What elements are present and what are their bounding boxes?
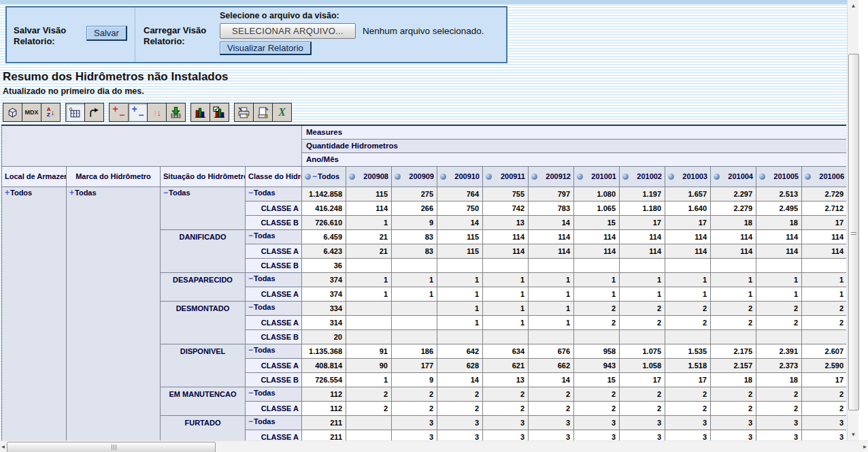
row-header-local[interactable]: +Todos bbox=[2, 187, 67, 440]
data-cell: 36 bbox=[302, 258, 346, 272]
measures-header: Measures bbox=[302, 125, 847, 139]
column-header-201002[interactable]: 201002 bbox=[620, 166, 665, 187]
scroll-down-button[interactable]: ▼ bbox=[848, 429, 859, 440]
data-cell: 2 bbox=[756, 315, 802, 329]
save-button[interactable]: Salvar bbox=[86, 26, 127, 41]
horizontal-scrollbar[interactable]: ◄ ► bbox=[0, 440, 868, 452]
data-cell: 621 bbox=[483, 358, 529, 372]
vertical-scroll-thumb[interactable] bbox=[848, 54, 859, 410]
collapse-member-icon[interactable]: − bbox=[248, 302, 253, 312]
member-sphere-icon bbox=[486, 174, 492, 180]
classe-header-todas[interactable]: −Todas bbox=[246, 387, 302, 401]
scroll-up-button[interactable]: ▲ bbox=[848, 0, 859, 12]
drill-member-button[interactable]: +− bbox=[109, 103, 129, 122]
classe-header-classe-b[interactable]: CLASSE B bbox=[246, 215, 302, 229]
show-parent-members-button[interactable]: 0 bbox=[65, 103, 85, 122]
column-header-200912[interactable]: 200912 bbox=[529, 166, 574, 187]
data-cell: 2 bbox=[392, 401, 437, 415]
print-config-button[interactable] bbox=[234, 103, 254, 122]
situacao-header-desmontado[interactable]: DESMONTADO bbox=[161, 301, 246, 344]
collapse-member-icon[interactable]: − bbox=[248, 231, 253, 240]
column-header-201003[interactable]: 201003 bbox=[665, 166, 711, 187]
scroll-right-button[interactable]: ► bbox=[859, 441, 868, 452]
classe-header-classe-a[interactable]: CLASSE A bbox=[246, 315, 302, 329]
classe-header-classe-a[interactable]: CLASSE A bbox=[246, 358, 302, 372]
data-cell: 2 bbox=[574, 301, 620, 315]
classe-header-classe-a[interactable]: CLASSE A bbox=[246, 201, 302, 215]
classe-header-classe-a[interactable]: CLASSE A bbox=[246, 430, 302, 440]
data-cell bbox=[574, 329, 620, 344]
data-cell: 114 bbox=[574, 244, 620, 258]
situacao-header-desaparecido[interactable]: DESAPARECIDO bbox=[161, 272, 246, 301]
expand-member-icon[interactable]: + bbox=[69, 188, 74, 197]
export-excel-button[interactable]: X bbox=[272, 103, 292, 122]
data-cell: 114 bbox=[346, 201, 392, 215]
classe-header-todas[interactable]: −Todas bbox=[246, 187, 302, 201]
mdx-editor-button[interactable]: MDX bbox=[22, 103, 41, 122]
column-header-200909[interactable]: 200909 bbox=[392, 166, 437, 187]
print-pdf-button[interactable] bbox=[253, 103, 273, 122]
data-cell: 114 bbox=[802, 244, 847, 258]
collapse-member-icon[interactable]: − bbox=[248, 188, 253, 197]
olap-navigator-button[interactable] bbox=[3, 103, 22, 122]
data-cell: 1 bbox=[802, 272, 847, 287]
select-file-button[interactable]: SELECIONAR ARQUIVO... bbox=[220, 23, 356, 39]
data-cell: 2.729 bbox=[802, 187, 847, 201]
drill-through-button[interactable] bbox=[166, 103, 186, 122]
classe-header-classe-b[interactable]: CLASSE B bbox=[246, 329, 302, 344]
vertical-scrollbar[interactable]: ▲ ▼ bbox=[847, 0, 858, 440]
classe-header-todas[interactable]: −Todas bbox=[246, 415, 302, 430]
data-cell: 17 bbox=[665, 215, 711, 229]
classe-header-classe-a[interactable]: CLASSE A bbox=[246, 244, 302, 258]
view-report-button[interactable]: Visualizar Relatorio bbox=[220, 42, 312, 55]
column-label: 200908 bbox=[363, 172, 388, 180]
data-cell: 18 bbox=[711, 215, 756, 229]
drill-position-button[interactable]: +− bbox=[128, 103, 148, 122]
expand-member-icon[interactable]: + bbox=[5, 188, 10, 197]
column-header-200908[interactable]: 200908 bbox=[346, 166, 392, 187]
collapse-member-icon[interactable]: − bbox=[163, 188, 168, 197]
classe-header-todas[interactable]: −Todas bbox=[246, 301, 302, 315]
column-header-200911[interactable]: 200911 bbox=[483, 166, 529, 187]
classe-header-todas[interactable]: −Todas bbox=[246, 344, 302, 358]
situacao-header-danificado[interactable]: DANIFICADO bbox=[161, 229, 246, 272]
collapse-member-icon[interactable]: − bbox=[248, 388, 253, 398]
data-cell: 374 bbox=[302, 287, 346, 301]
classe-header-todas[interactable]: −Todas bbox=[246, 272, 302, 287]
collapse-member-icon[interactable]: − bbox=[248, 345, 253, 355]
classe-header-classe-b[interactable]: CLASSE B bbox=[246, 372, 302, 387]
data-cell: 408.814 bbox=[302, 358, 346, 372]
classe-header-classe-a[interactable]: CLASSE A bbox=[246, 401, 302, 415]
classe-header-classe-b[interactable]: CLASSE B bbox=[246, 258, 302, 272]
column-header-201005[interactable]: 201005 bbox=[756, 166, 802, 187]
classe-header-todas[interactable]: −Todas bbox=[246, 229, 302, 244]
column-header-200910[interactable]: 200910 bbox=[437, 166, 483, 187]
collapse-member-icon[interactable]: − bbox=[248, 274, 253, 283]
situacao-header-todas[interactable]: −Todas bbox=[161, 187, 246, 229]
horizontal-scroll-thumb[interactable] bbox=[7, 442, 216, 452]
data-cell: 1 bbox=[665, 287, 711, 301]
data-cell bbox=[620, 258, 665, 272]
data-cell: 114 bbox=[620, 244, 665, 258]
data-cell: 114 bbox=[802, 229, 847, 244]
collapse-member-icon[interactable]: − bbox=[248, 417, 253, 426]
classe-header-classe-a[interactable]: CLASSE A bbox=[246, 287, 302, 301]
swap-axes-button[interactable] bbox=[84, 103, 104, 122]
situacao-header-em-manutencao[interactable]: EM MANUTENCAO bbox=[161, 387, 246, 415]
data-cell: 797 bbox=[529, 187, 574, 201]
data-cell: 114 bbox=[483, 229, 529, 244]
column-header-todos[interactable]: −Todos bbox=[302, 166, 346, 187]
drill-replace-button[interactable]: ↑↓ bbox=[147, 103, 167, 122]
column-header-201001[interactable]: 201001 bbox=[574, 166, 620, 187]
sort-button[interactable]: AZ↓ bbox=[41, 103, 61, 122]
column-header-201004[interactable]: 201004 bbox=[711, 166, 756, 187]
situacao-header-furtado[interactable]: FURTADO bbox=[161, 415, 246, 440]
collapse-member-icon[interactable]: − bbox=[312, 174, 317, 180]
situacao-header-disponivel[interactable]: DISPONIVEL bbox=[161, 344, 246, 387]
column-header-201006[interactable]: 201006 bbox=[802, 166, 847, 187]
data-cell: 750 bbox=[437, 201, 483, 215]
data-cell: 2.513 bbox=[756, 187, 802, 201]
row-header-marca[interactable]: +Todas bbox=[67, 187, 161, 440]
show-chart-button[interactable] bbox=[190, 103, 210, 122]
chart-config-button[interactable] bbox=[210, 103, 229, 122]
